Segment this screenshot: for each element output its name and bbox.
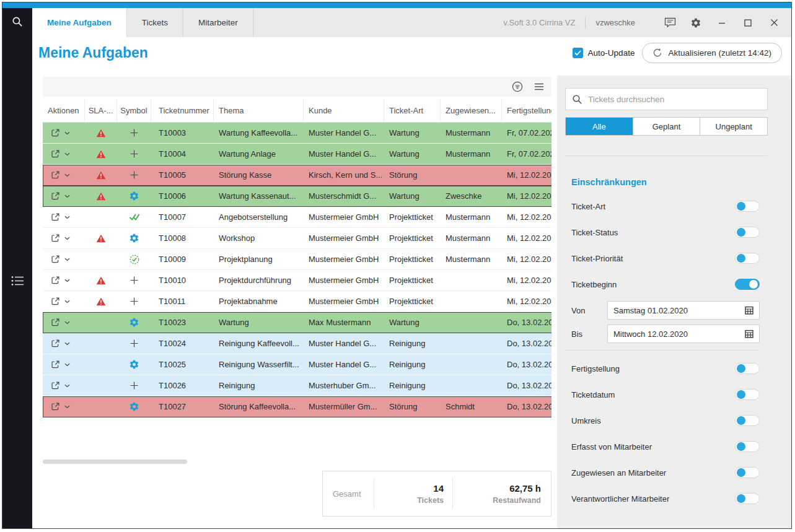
column-header-zugewiesen[interactable]: Zugewiesen... <box>441 99 502 122</box>
filter-row-erfasst-von-mitarbeiter: Erfasst von Mitarbeiter <box>565 437 768 456</box>
table-row[interactable]: T10006Wartung Kassenaut...Musterschmidt … <box>43 186 551 207</box>
column-header-symbol[interactable]: Symbol <box>117 99 151 122</box>
check-circle-icon <box>130 255 139 264</box>
refresh-button[interactable]: Aktualisieren (zuletzt 14:42) <box>642 43 782 63</box>
ticket-search-input[interactable] <box>588 95 761 104</box>
toggle-switch[interactable] <box>735 441 760 452</box>
open-ticket-icon[interactable] <box>51 233 60 243</box>
toggle-knob <box>737 254 745 263</box>
date-to-input[interactable]: Mittwoch 12.02.2020 <box>607 325 760 343</box>
minimize-button[interactable] <box>713 14 731 32</box>
settings-gear-icon[interactable] <box>687 14 705 32</box>
cell-art: Wartung <box>384 312 441 333</box>
open-ticket-icon[interactable] <box>51 402 60 411</box>
chevron-down-icon[interactable] <box>64 152 70 156</box>
table-row[interactable]: T10009ProjektplanungMustermeier GmbHProj… <box>43 249 551 270</box>
cell-thema: Wartung <box>214 312 304 333</box>
chevron-down-icon[interactable] <box>64 173 70 177</box>
table-row[interactable]: T10010ProjektdurchführungMustermeier Gmb… <box>43 270 551 291</box>
column-header-art[interactable]: Ticket-Art <box>384 99 441 122</box>
toggle-switch[interactable] <box>735 279 760 290</box>
chevron-down-icon[interactable] <box>64 237 70 240</box>
chevron-down-icon[interactable] <box>64 321 70 325</box>
open-ticket-icon[interactable] <box>51 360 60 369</box>
cell-symbol <box>117 354 151 375</box>
cell-kunde: Mustermeier GmbH <box>304 249 384 269</box>
open-ticket-icon[interactable] <box>51 318 60 327</box>
tab-meine-aufgaben[interactable]: Meine Aufgaben <box>32 8 127 37</box>
toggle-switch[interactable] <box>735 493 760 504</box>
chevron-down-icon[interactable] <box>64 194 70 198</box>
chat-icon[interactable] <box>661 14 679 32</box>
table-row[interactable]: T10004Wartung AnlageMuster Handel G...Wa… <box>43 144 551 165</box>
table-row[interactable]: T10025Reinigung Wasserfilt...Muster Hand… <box>43 354 551 375</box>
horizontal-scrollbar[interactable] <box>43 460 187 464</box>
sla-warning-icon <box>96 150 106 159</box>
filter-circle-icon[interactable] <box>512 81 523 92</box>
close-button[interactable] <box>765 14 783 32</box>
auto-update-checkbox[interactable] <box>573 48 583 58</box>
table-row[interactable]: T10007AngebotserstellungMustermeier GmbH… <box>43 207 551 228</box>
chevron-down-icon[interactable] <box>64 279 70 282</box>
column-header-sla[interactable]: SLA-... <box>85 99 117 122</box>
chevron-down-icon[interactable] <box>64 363 70 367</box>
table-row[interactable]: T10011ProjektabnahmeMustermeier GmbHProj… <box>43 291 551 312</box>
segment-alle[interactable]: Alle <box>566 118 633 135</box>
open-ticket-icon[interactable] <box>51 128 60 137</box>
chevron-down-icon[interactable] <box>64 405 70 409</box>
chevron-down-icon[interactable] <box>64 342 70 346</box>
toggle-switch[interactable] <box>735 201 760 212</box>
table-row[interactable]: T10003Wartung Kaffeevolla...Muster Hande… <box>43 123 551 144</box>
toggle-knob <box>737 416 745 425</box>
table-row[interactable]: T10027Störung Kaffeevolla...Mustermüller… <box>43 396 551 417</box>
column-header-fertigstellung[interactable]: Fertigstellung <box>502 99 551 122</box>
segment-ungeplant[interactable]: Ungeplant <box>700 118 767 135</box>
column-header-aktionen[interactable]: Aktionen <box>43 99 85 122</box>
table-row[interactable]: T10005Störung KasseKirsch, Kern und S...… <box>43 165 551 186</box>
table-row[interactable]: T10024Reinigung Kaffeevoll...Muster Hand… <box>43 333 551 354</box>
toggle-switch[interactable] <box>735 227 760 238</box>
open-ticket-icon[interactable] <box>51 297 60 306</box>
chevron-down-icon[interactable] <box>64 384 70 388</box>
toggle-switch[interactable] <box>735 467 760 478</box>
date-from-input[interactable]: Samstag 01.02.2020 <box>607 301 760 320</box>
column-header-kunde[interactable]: Kunde <box>304 99 384 122</box>
filter-label: Verantwortlicher Mitarbeiter <box>571 494 669 504</box>
open-ticket-icon[interactable] <box>51 255 60 264</box>
chevron-down-icon[interactable] <box>64 258 70 261</box>
chevron-down-icon[interactable] <box>64 300 70 303</box>
toggle-switch[interactable] <box>735 363 760 374</box>
column-header-thema[interactable]: Thema <box>214 99 304 122</box>
chevron-down-icon[interactable] <box>64 131 70 135</box>
segment-geplant[interactable]: Geplant <box>633 118 701 135</box>
calendar-icon[interactable] <box>745 306 753 315</box>
cell-aktionen <box>43 228 85 248</box>
gear-icon <box>129 317 139 328</box>
toggle-switch[interactable] <box>735 415 760 426</box>
toggle-switch[interactable] <box>735 253 760 264</box>
toggle-knob <box>737 442 745 451</box>
chevron-down-icon[interactable] <box>64 216 70 219</box>
calendar-icon[interactable] <box>745 329 753 338</box>
tab-mitarbeiter[interactable]: Mitarbeiter <box>183 8 253 37</box>
table-row[interactable]: T10008WorkshopMustermeier GmbHProjekttic… <box>43 228 551 249</box>
open-ticket-icon[interactable] <box>51 381 60 390</box>
maximize-button[interactable] <box>739 14 757 32</box>
open-ticket-icon[interactable] <box>51 276 60 285</box>
table-row[interactable]: T10026ReinigungMusterhuber Gm...Reinigun… <box>43 375 551 396</box>
column-menu-icon[interactable] <box>534 83 544 90</box>
column-header-ticketnummer[interactable]: Ticketnummer <box>151 99 214 122</box>
sidebar-search-button[interactable] <box>2 8 32 37</box>
table-row[interactable]: T10023WartungMax MustermannWartungDo, 13… <box>43 312 551 333</box>
open-ticket-icon[interactable] <box>51 170 60 180</box>
gear-icon <box>129 359 139 370</box>
cell-symbol <box>117 312 151 333</box>
open-ticket-icon[interactable] <box>51 212 60 222</box>
auto-update-control[interactable]: Auto-Update <box>573 48 635 58</box>
sidebar-menu-button[interactable] <box>2 276 32 289</box>
open-ticket-icon[interactable] <box>51 149 60 159</box>
toggle-switch[interactable] <box>735 389 760 400</box>
tab-tickets[interactable]: Tickets <box>127 8 183 37</box>
open-ticket-icon[interactable] <box>51 339 60 348</box>
open-ticket-icon[interactable] <box>51 191 60 201</box>
